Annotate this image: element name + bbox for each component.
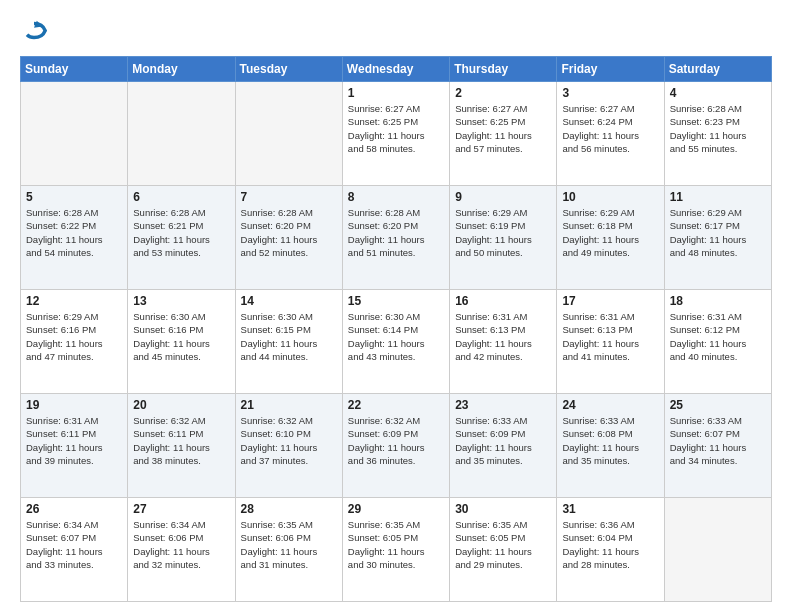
calendar-cell: [128, 82, 235, 186]
day-number: 19: [26, 398, 122, 412]
day-number: 28: [241, 502, 337, 516]
weekday-header-thursday: Thursday: [450, 57, 557, 82]
logo: [20, 18, 52, 46]
day-number: 29: [348, 502, 444, 516]
weekday-header-wednesday: Wednesday: [342, 57, 449, 82]
calendar-cell: 7Sunrise: 6:28 AM Sunset: 6:20 PM Daylig…: [235, 186, 342, 290]
day-info: Sunrise: 6:28 AM Sunset: 6:22 PM Dayligh…: [26, 206, 122, 259]
calendar-cell: 9Sunrise: 6:29 AM Sunset: 6:19 PM Daylig…: [450, 186, 557, 290]
calendar-cell: [235, 82, 342, 186]
calendar-cell: 10Sunrise: 6:29 AM Sunset: 6:18 PM Dayli…: [557, 186, 664, 290]
day-number: 27: [133, 502, 229, 516]
day-info: Sunrise: 6:30 AM Sunset: 6:16 PM Dayligh…: [133, 310, 229, 363]
day-info: Sunrise: 6:27 AM Sunset: 6:24 PM Dayligh…: [562, 102, 658, 155]
day-number: 10: [562, 190, 658, 204]
calendar-cell: 17Sunrise: 6:31 AM Sunset: 6:13 PM Dayli…: [557, 290, 664, 394]
calendar-cell: 23Sunrise: 6:33 AM Sunset: 6:09 PM Dayli…: [450, 394, 557, 498]
day-number: 12: [26, 294, 122, 308]
day-number: 11: [670, 190, 766, 204]
day-info: Sunrise: 6:33 AM Sunset: 6:08 PM Dayligh…: [562, 414, 658, 467]
calendar-cell: 8Sunrise: 6:28 AM Sunset: 6:20 PM Daylig…: [342, 186, 449, 290]
day-info: Sunrise: 6:30 AM Sunset: 6:15 PM Dayligh…: [241, 310, 337, 363]
day-number: 1: [348, 86, 444, 100]
day-info: Sunrise: 6:31 AM Sunset: 6:13 PM Dayligh…: [562, 310, 658, 363]
calendar-cell: 21Sunrise: 6:32 AM Sunset: 6:10 PM Dayli…: [235, 394, 342, 498]
day-number: 9: [455, 190, 551, 204]
day-number: 21: [241, 398, 337, 412]
calendar-cell: 11Sunrise: 6:29 AM Sunset: 6:17 PM Dayli…: [664, 186, 771, 290]
day-number: 18: [670, 294, 766, 308]
calendar-cell: 16Sunrise: 6:31 AM Sunset: 6:13 PM Dayli…: [450, 290, 557, 394]
day-number: 23: [455, 398, 551, 412]
calendar-cell: 18Sunrise: 6:31 AM Sunset: 6:12 PM Dayli…: [664, 290, 771, 394]
weekday-header-sunday: Sunday: [21, 57, 128, 82]
calendar-cell: 24Sunrise: 6:33 AM Sunset: 6:08 PM Dayli…: [557, 394, 664, 498]
day-number: 24: [562, 398, 658, 412]
day-info: Sunrise: 6:29 AM Sunset: 6:17 PM Dayligh…: [670, 206, 766, 259]
day-info: Sunrise: 6:34 AM Sunset: 6:07 PM Dayligh…: [26, 518, 122, 571]
weekday-header-friday: Friday: [557, 57, 664, 82]
calendar-cell: 20Sunrise: 6:32 AM Sunset: 6:11 PM Dayli…: [128, 394, 235, 498]
calendar-cell: [21, 82, 128, 186]
day-info: Sunrise: 6:29 AM Sunset: 6:16 PM Dayligh…: [26, 310, 122, 363]
calendar-cell: 3Sunrise: 6:27 AM Sunset: 6:24 PM Daylig…: [557, 82, 664, 186]
calendar-cell: 12Sunrise: 6:29 AM Sunset: 6:16 PM Dayli…: [21, 290, 128, 394]
page: SundayMondayTuesdayWednesdayThursdayFrid…: [0, 0, 792, 612]
day-info: Sunrise: 6:36 AM Sunset: 6:04 PM Dayligh…: [562, 518, 658, 571]
day-info: Sunrise: 6:35 AM Sunset: 6:06 PM Dayligh…: [241, 518, 337, 571]
day-number: 6: [133, 190, 229, 204]
calendar-cell: 30Sunrise: 6:35 AM Sunset: 6:05 PM Dayli…: [450, 498, 557, 602]
day-number: 7: [241, 190, 337, 204]
weekday-header-tuesday: Tuesday: [235, 57, 342, 82]
day-number: 3: [562, 86, 658, 100]
day-info: Sunrise: 6:27 AM Sunset: 6:25 PM Dayligh…: [348, 102, 444, 155]
day-info: Sunrise: 6:28 AM Sunset: 6:20 PM Dayligh…: [241, 206, 337, 259]
day-info: Sunrise: 6:32 AM Sunset: 6:11 PM Dayligh…: [133, 414, 229, 467]
weekday-header-saturday: Saturday: [664, 57, 771, 82]
day-number: 20: [133, 398, 229, 412]
day-info: Sunrise: 6:35 AM Sunset: 6:05 PM Dayligh…: [348, 518, 444, 571]
calendar-cell: 2Sunrise: 6:27 AM Sunset: 6:25 PM Daylig…: [450, 82, 557, 186]
calendar-cell: 19Sunrise: 6:31 AM Sunset: 6:11 PM Dayli…: [21, 394, 128, 498]
weekday-header-monday: Monday: [128, 57, 235, 82]
day-info: Sunrise: 6:31 AM Sunset: 6:11 PM Dayligh…: [26, 414, 122, 467]
calendar-cell: 1Sunrise: 6:27 AM Sunset: 6:25 PM Daylig…: [342, 82, 449, 186]
day-info: Sunrise: 6:28 AM Sunset: 6:23 PM Dayligh…: [670, 102, 766, 155]
day-info: Sunrise: 6:30 AM Sunset: 6:14 PM Dayligh…: [348, 310, 444, 363]
calendar: SundayMondayTuesdayWednesdayThursdayFrid…: [20, 56, 772, 602]
calendar-cell: 31Sunrise: 6:36 AM Sunset: 6:04 PM Dayli…: [557, 498, 664, 602]
calendar-cell: 6Sunrise: 6:28 AM Sunset: 6:21 PM Daylig…: [128, 186, 235, 290]
day-number: 8: [348, 190, 444, 204]
calendar-cell: 25Sunrise: 6:33 AM Sunset: 6:07 PM Dayli…: [664, 394, 771, 498]
day-number: 30: [455, 502, 551, 516]
calendar-cell: 22Sunrise: 6:32 AM Sunset: 6:09 PM Dayli…: [342, 394, 449, 498]
day-number: 15: [348, 294, 444, 308]
day-info: Sunrise: 6:29 AM Sunset: 6:18 PM Dayligh…: [562, 206, 658, 259]
day-number: 31: [562, 502, 658, 516]
calendar-cell: 27Sunrise: 6:34 AM Sunset: 6:06 PM Dayli…: [128, 498, 235, 602]
day-number: 22: [348, 398, 444, 412]
calendar-cell: 14Sunrise: 6:30 AM Sunset: 6:15 PM Dayli…: [235, 290, 342, 394]
logo-icon: [20, 18, 48, 46]
calendar-cell: 4Sunrise: 6:28 AM Sunset: 6:23 PM Daylig…: [664, 82, 771, 186]
day-number: 26: [26, 502, 122, 516]
day-number: 4: [670, 86, 766, 100]
day-info: Sunrise: 6:27 AM Sunset: 6:25 PM Dayligh…: [455, 102, 551, 155]
day-info: Sunrise: 6:32 AM Sunset: 6:09 PM Dayligh…: [348, 414, 444, 467]
calendar-cell: 28Sunrise: 6:35 AM Sunset: 6:06 PM Dayli…: [235, 498, 342, 602]
day-info: Sunrise: 6:31 AM Sunset: 6:12 PM Dayligh…: [670, 310, 766, 363]
calendar-cell: [664, 498, 771, 602]
calendar-cell: 13Sunrise: 6:30 AM Sunset: 6:16 PM Dayli…: [128, 290, 235, 394]
calendar-cell: 15Sunrise: 6:30 AM Sunset: 6:14 PM Dayli…: [342, 290, 449, 394]
day-number: 5: [26, 190, 122, 204]
calendar-cell: 29Sunrise: 6:35 AM Sunset: 6:05 PM Dayli…: [342, 498, 449, 602]
day-number: 2: [455, 86, 551, 100]
day-number: 14: [241, 294, 337, 308]
day-info: Sunrise: 6:33 AM Sunset: 6:07 PM Dayligh…: [670, 414, 766, 467]
calendar-cell: 5Sunrise: 6:28 AM Sunset: 6:22 PM Daylig…: [21, 186, 128, 290]
day-info: Sunrise: 6:33 AM Sunset: 6:09 PM Dayligh…: [455, 414, 551, 467]
day-number: 13: [133, 294, 229, 308]
day-info: Sunrise: 6:35 AM Sunset: 6:05 PM Dayligh…: [455, 518, 551, 571]
day-number: 25: [670, 398, 766, 412]
day-number: 17: [562, 294, 658, 308]
